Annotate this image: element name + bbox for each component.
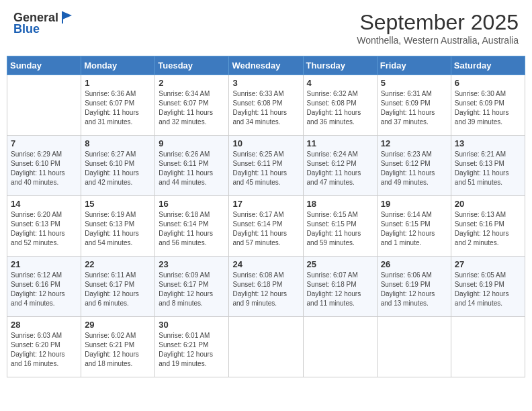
day-info: Sunrise: 6:03 AMSunset: 6:20 PMDaylight:… (11, 331, 77, 369)
day-number: 5 (381, 78, 447, 88)
day-cell: 19Sunrise: 6:14 AMSunset: 6:15 PMDayligh… (377, 196, 451, 257)
day-number: 17 (232, 199, 299, 209)
header-cell-saturday: Saturday (451, 56, 525, 75)
day-cell: 20Sunrise: 6:13 AMSunset: 6:16 PMDayligh… (451, 196, 525, 257)
day-info: Sunrise: 6:23 AMSunset: 6:12 PMDaylight:… (381, 150, 447, 187)
day-number: 23 (159, 259, 225, 269)
day-cell: 28Sunrise: 6:03 AMSunset: 6:20 PMDayligh… (7, 317, 81, 377)
svg-rect-1 (62, 11, 63, 24)
day-info: Sunrise: 6:18 AMSunset: 6:14 PMDaylight:… (159, 210, 225, 248)
svg-marker-0 (62, 11, 72, 19)
header-cell-friday: Friday (377, 56, 451, 75)
day-number: 30 (159, 320, 225, 330)
day-cell: 17Sunrise: 6:17 AMSunset: 6:14 PMDayligh… (229, 196, 303, 257)
day-info: Sunrise: 6:11 AMSunset: 6:17 PMDaylight:… (85, 271, 151, 308)
day-cell: 1Sunrise: 6:36 AMSunset: 6:07 PMDaylight… (81, 75, 155, 136)
day-number: 13 (455, 138, 521, 148)
day-info: Sunrise: 6:24 AMSunset: 6:12 PMDaylight:… (307, 150, 373, 187)
day-info: Sunrise: 6:01 AMSunset: 6:21 PMDaylight:… (159, 331, 225, 369)
day-info: Sunrise: 6:12 AMSunset: 6:16 PMDaylight:… (11, 271, 77, 308)
day-cell: 3Sunrise: 6:33 AMSunset: 6:08 PMDaylight… (229, 75, 303, 136)
day-cell: 13Sunrise: 6:21 AMSunset: 6:13 PMDayligh… (451, 136, 525, 196)
day-info: Sunrise: 6:02 AMSunset: 6:21 PMDaylight:… (85, 331, 151, 369)
day-info: Sunrise: 6:15 AMSunset: 6:15 PMDaylight:… (307, 210, 373, 248)
day-info: Sunrise: 6:36 AMSunset: 6:07 PMDaylight:… (85, 89, 151, 127)
day-info: Sunrise: 6:27 AMSunset: 6:10 PMDaylight:… (85, 150, 151, 187)
day-number: 1 (85, 78, 151, 88)
day-cell: 11Sunrise: 6:24 AMSunset: 6:12 PMDayligh… (303, 136, 377, 196)
day-info: Sunrise: 6:13 AMSunset: 6:16 PMDaylight:… (455, 210, 521, 248)
day-info: Sunrise: 6:06 AMSunset: 6:19 PMDaylight:… (381, 271, 447, 308)
day-cell: 15Sunrise: 6:19 AMSunset: 6:13 PMDayligh… (81, 196, 155, 257)
day-cell: 16Sunrise: 6:18 AMSunset: 6:14 PMDayligh… (155, 196, 229, 257)
day-info: Sunrise: 6:33 AMSunset: 6:08 PMDaylight:… (232, 89, 299, 127)
header-row: SundayMondayTuesdayWednesdayThursdayFrid… (7, 56, 525, 75)
day-cell: 23Sunrise: 6:09 AMSunset: 6:17 PMDayligh… (155, 257, 229, 317)
calendar-table: SundayMondayTuesdayWednesdayThursdayFrid… (7, 56, 525, 377)
location-subtitle: Wonthella, Western Australia, Australia (357, 35, 519, 46)
day-cell (451, 317, 525, 377)
day-cell: 10Sunrise: 6:25 AMSunset: 6:11 PMDayligh… (229, 136, 303, 196)
logo-flag-icon (60, 10, 75, 25)
logo: General Blue (13, 10, 75, 36)
day-number: 26 (381, 259, 447, 269)
day-info: Sunrise: 6:07 AMSunset: 6:18 PMDaylight:… (307, 271, 373, 308)
day-info: Sunrise: 6:20 AMSunset: 6:13 PMDaylight:… (11, 210, 77, 248)
day-number: 11 (307, 138, 373, 148)
day-cell: 21Sunrise: 6:12 AMSunset: 6:16 PMDayligh… (7, 257, 81, 317)
day-cell (303, 317, 377, 377)
day-cell: 22Sunrise: 6:11 AMSunset: 6:17 PMDayligh… (81, 257, 155, 317)
day-cell: 25Sunrise: 6:07 AMSunset: 6:18 PMDayligh… (303, 257, 377, 317)
day-info: Sunrise: 6:21 AMSunset: 6:13 PMDaylight:… (455, 150, 521, 187)
day-cell: 12Sunrise: 6:23 AMSunset: 6:12 PMDayligh… (377, 136, 451, 196)
day-number: 29 (85, 320, 151, 330)
day-info: Sunrise: 6:34 AMSunset: 6:07 PMDaylight:… (159, 89, 225, 127)
week-row-2: 7Sunrise: 6:29 AMSunset: 6:10 PMDaylight… (7, 136, 525, 196)
day-cell: 24Sunrise: 6:08 AMSunset: 6:18 PMDayligh… (229, 257, 303, 317)
header-cell-thursday: Thursday (303, 56, 377, 75)
day-cell (377, 317, 451, 377)
day-info: Sunrise: 6:30 AMSunset: 6:09 PMDaylight:… (455, 89, 521, 127)
day-number: 16 (159, 199, 225, 209)
day-cell (7, 75, 81, 136)
week-row-5: 28Sunrise: 6:03 AMSunset: 6:20 PMDayligh… (7, 317, 525, 377)
day-number: 21 (11, 259, 77, 269)
day-number: 14 (11, 199, 77, 209)
day-cell (229, 317, 303, 377)
day-cell: 5Sunrise: 6:31 AMSunset: 6:09 PMDaylight… (377, 75, 451, 136)
day-info: Sunrise: 6:14 AMSunset: 6:15 PMDaylight:… (381, 210, 447, 248)
day-cell: 8Sunrise: 6:27 AMSunset: 6:10 PMDaylight… (81, 136, 155, 196)
week-row-3: 14Sunrise: 6:20 AMSunset: 6:13 PMDayligh… (7, 196, 525, 257)
day-info: Sunrise: 6:19 AMSunset: 6:13 PMDaylight:… (85, 210, 151, 248)
header-cell-sunday: Sunday (7, 56, 81, 75)
day-cell: 6Sunrise: 6:30 AMSunset: 6:09 PMDaylight… (451, 75, 525, 136)
header-cell-wednesday: Wednesday (229, 56, 303, 75)
day-number: 18 (307, 199, 373, 209)
month-title: September 2025 (357, 10, 519, 35)
header-cell-monday: Monday (81, 56, 155, 75)
day-number: 3 (232, 78, 299, 88)
day-cell: 2Sunrise: 6:34 AMSunset: 6:07 PMDaylight… (155, 75, 229, 136)
day-cell: 26Sunrise: 6:06 AMSunset: 6:19 PMDayligh… (377, 257, 451, 317)
day-cell: 27Sunrise: 6:05 AMSunset: 6:19 PMDayligh… (451, 257, 525, 317)
day-number: 24 (232, 259, 299, 269)
day-number: 20 (455, 199, 521, 209)
week-row-4: 21Sunrise: 6:12 AMSunset: 6:16 PMDayligh… (7, 257, 525, 317)
day-info: Sunrise: 6:09 AMSunset: 6:17 PMDaylight:… (159, 271, 225, 308)
day-info: Sunrise: 6:25 AMSunset: 6:11 PMDaylight:… (232, 150, 299, 187)
title-block: September 2025 Wonthella, Western Austra… (357, 10, 519, 46)
day-cell: 29Sunrise: 6:02 AMSunset: 6:21 PMDayligh… (81, 317, 155, 377)
day-cell: 14Sunrise: 6:20 AMSunset: 6:13 PMDayligh… (7, 196, 81, 257)
day-number: 6 (455, 78, 521, 88)
day-cell: 30Sunrise: 6:01 AMSunset: 6:21 PMDayligh… (155, 317, 229, 377)
day-number: 25 (307, 259, 373, 269)
day-info: Sunrise: 6:29 AMSunset: 6:10 PMDaylight:… (11, 150, 77, 187)
day-number: 12 (381, 138, 447, 148)
day-number: 22 (85, 259, 151, 269)
page-header: General Blue September 2025 Wonthella, W… (7, 7, 525, 49)
day-cell: 7Sunrise: 6:29 AMSunset: 6:10 PMDaylight… (7, 136, 81, 196)
week-row-1: 1Sunrise: 6:36 AMSunset: 6:07 PMDaylight… (7, 75, 525, 136)
day-cell: 9Sunrise: 6:26 AMSunset: 6:11 PMDaylight… (155, 136, 229, 196)
day-cell: 4Sunrise: 6:32 AMSunset: 6:08 PMDaylight… (303, 75, 377, 136)
day-number: 4 (307, 78, 373, 88)
